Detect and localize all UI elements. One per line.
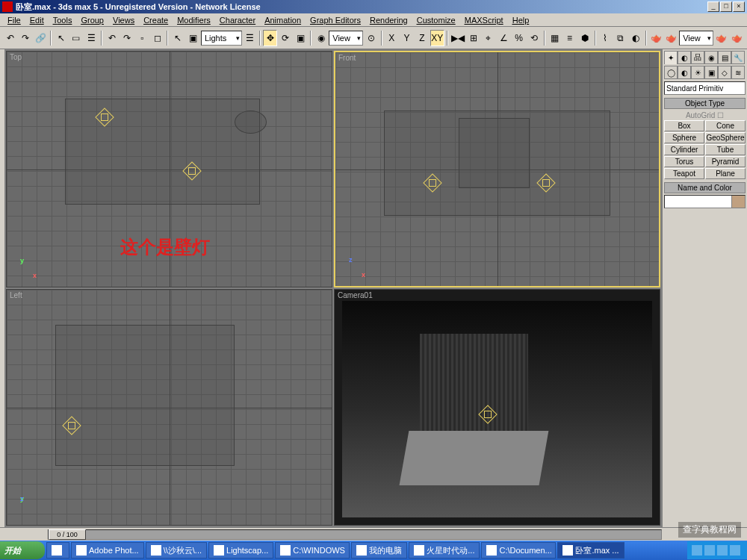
modify-tab[interactable]: ◐ bbox=[678, 51, 691, 64]
plane-button[interactable]: Plane bbox=[705, 168, 746, 179]
utilities-tab[interactable]: 🔧 bbox=[731, 51, 745, 64]
task-item[interactable]: 我的电脑 bbox=[351, 542, 407, 559]
restrict-xy-button[interactable]: XY bbox=[430, 30, 444, 46]
shapes-subtab[interactable]: ◐ bbox=[678, 66, 691, 79]
color-swatch[interactable] bbox=[731, 196, 745, 208]
cone-button[interactable]: Cone bbox=[705, 120, 746, 131]
cameras-subtab[interactable]: ▣ bbox=[704, 66, 718, 79]
align-button[interactable]: ≡ bbox=[562, 30, 577, 46]
render-type-dropdown[interactable]: View bbox=[679, 31, 713, 46]
create-tab[interactable]: ✦ bbox=[664, 51, 678, 64]
select-button[interactable]: ↖ bbox=[54, 30, 68, 46]
menu-create[interactable]: Create bbox=[139, 14, 173, 26]
ref-coord-dropdown[interactable]: View bbox=[329, 31, 363, 46]
menu-group[interactable]: Group bbox=[76, 14, 108, 26]
system-tray[interactable] bbox=[687, 541, 747, 559]
render-scene-button[interactable]: 🫖 bbox=[649, 30, 663, 46]
redo-view-button[interactable]: ↷ bbox=[120, 30, 134, 46]
undo-button[interactable]: ↶ bbox=[3, 30, 17, 46]
material-editor-button[interactable]: ◐ bbox=[628, 30, 642, 46]
category-dropdown[interactable]: Standard Primitiv bbox=[664, 81, 746, 95]
autogrid-checkbox[interactable]: AutoGrid ☐ bbox=[664, 111, 746, 120]
lights-subtab[interactable]: ☀ bbox=[691, 66, 704, 79]
menu-edit[interactable]: Edit bbox=[25, 14, 49, 26]
quicklaunch[interactable] bbox=[46, 542, 69, 559]
restrict-x-button[interactable]: X bbox=[385, 30, 399, 46]
task-item[interactable]: C:\WINDOWS bbox=[275, 542, 350, 559]
move-button[interactable]: ✥ bbox=[263, 30, 277, 46]
percent-snap-button[interactable]: % bbox=[512, 30, 526, 46]
ref-coord-button[interactable]: ◉ bbox=[314, 30, 328, 46]
tube-button[interactable]: Tube bbox=[705, 144, 746, 155]
viewport-front[interactable]: Front x z bbox=[334, 51, 660, 287]
select-rect-button[interactable]: ◻ bbox=[150, 30, 164, 46]
curve-editor-button[interactable]: ⌇ bbox=[598, 30, 613, 46]
menu-maxscript[interactable]: MAXScript bbox=[460, 14, 508, 26]
snap-button[interactable]: ⌖ bbox=[481, 30, 495, 46]
teapot-button[interactable]: Teapot bbox=[664, 168, 704, 179]
rotate-button[interactable]: ⟳ bbox=[278, 30, 292, 46]
task-item[interactable]: 卧室.max ... bbox=[557, 542, 624, 559]
selection-filter-dropdown[interactable]: Lights bbox=[201, 31, 242, 46]
cylinder-button[interactable]: Cylinder bbox=[664, 144, 704, 155]
named-sel-button[interactable]: ▦ bbox=[548, 30, 562, 46]
quick-render-button[interactable]: 🫖 bbox=[664, 30, 678, 46]
select-object-button[interactable]: ▫ bbox=[135, 30, 149, 46]
close-button[interactable]: × bbox=[733, 1, 745, 12]
menu-rendering[interactable]: Rendering bbox=[365, 14, 412, 26]
viewport-left[interactable]: Left y z bbox=[6, 289, 332, 526]
cursor-button[interactable]: ↖ bbox=[170, 30, 185, 46]
task-item[interactable]: C:\Documen... bbox=[481, 542, 556, 559]
mirror-button[interactable]: ▶◀ bbox=[450, 30, 465, 46]
hierarchy-tab[interactable]: 品 bbox=[691, 51, 704, 64]
select-by-name-button[interactable]: ☰ bbox=[84, 30, 99, 46]
menu-modifiers[interactable]: Modifiers bbox=[173, 14, 215, 26]
maximize-button[interactable]: □ bbox=[720, 1, 732, 12]
link-button[interactable]: 🔗 bbox=[34, 30, 48, 46]
display-tab[interactable]: ▤ bbox=[718, 51, 731, 64]
layer-button[interactable]: ⬢ bbox=[577, 30, 592, 46]
tray-icon[interactable] bbox=[730, 545, 740, 556]
menu-tools[interactable]: Tools bbox=[49, 14, 77, 26]
scale-button[interactable]: ▣ bbox=[294, 30, 308, 46]
spacewarps-subtab[interactable]: ≋ bbox=[731, 66, 745, 79]
menu-character[interactable]: Character bbox=[215, 14, 260, 26]
minimize-button[interactable]: _ bbox=[707, 1, 719, 12]
render-button[interactable]: 🫖 bbox=[729, 30, 743, 46]
restrict-y-button[interactable]: Y bbox=[400, 30, 414, 46]
tray-icon[interactable] bbox=[704, 545, 715, 556]
tray-icon[interactable] bbox=[717, 545, 728, 556]
motion-tab[interactable]: ◉ bbox=[704, 51, 718, 64]
geosphere-button[interactable]: GeoSphere bbox=[705, 132, 746, 143]
task-item[interactable]: \\沙秋云\... bbox=[146, 542, 207, 559]
rollout-object-type[interactable]: Object Type bbox=[664, 98, 746, 109]
undo-view-button[interactable]: ↶ bbox=[105, 30, 119, 46]
rollout-name-color[interactable]: Name and Color bbox=[664, 182, 746, 193]
sphere-button[interactable]: Sphere bbox=[664, 132, 704, 143]
task-item[interactable]: 火星时代动... bbox=[409, 542, 480, 559]
torus-button[interactable]: Torus bbox=[664, 156, 704, 167]
select-region-button[interactable]: ▭ bbox=[69, 30, 83, 46]
time-slider-track[interactable]: 0 / 100 bbox=[48, 529, 662, 540]
menu-animation[interactable]: Animation bbox=[260, 14, 306, 26]
render-last-button[interactable]: 🫖 bbox=[714, 30, 728, 46]
menu-views[interactable]: Views bbox=[108, 14, 139, 26]
time-slider[interactable]: 0 / 100 bbox=[49, 529, 86, 540]
select-by-name2-button[interactable]: ☰ bbox=[243, 30, 257, 46]
task-item[interactable]: Adobe Phot... bbox=[71, 542, 144, 559]
angle-snap-button[interactable]: ∠ bbox=[497, 30, 511, 46]
restrict-z-button[interactable]: Z bbox=[415, 30, 429, 46]
task-item[interactable]: Lightscap... bbox=[208, 542, 273, 559]
schematic-button[interactable]: ⧉ bbox=[613, 30, 627, 46]
box-button[interactable]: Box bbox=[664, 120, 704, 131]
start-button[interactable]: 开始 bbox=[0, 541, 45, 559]
spinner-snap-button[interactable]: ⟲ bbox=[527, 30, 541, 46]
object-name-input[interactable] bbox=[665, 196, 731, 208]
viewport-top[interactable]: Top 这个是壁灯 x y bbox=[6, 51, 332, 287]
viewport-camera[interactable]: Camera01 bbox=[334, 289, 660, 526]
menu-customize[interactable]: Customize bbox=[412, 14, 460, 26]
geometry-subtab[interactable]: ◯ bbox=[664, 66, 678, 79]
menu-help[interactable]: Help bbox=[508, 14, 534, 26]
pyramid-button[interactable]: Pyramid bbox=[705, 156, 746, 167]
helpers-subtab[interactable]: ◇ bbox=[718, 66, 731, 79]
